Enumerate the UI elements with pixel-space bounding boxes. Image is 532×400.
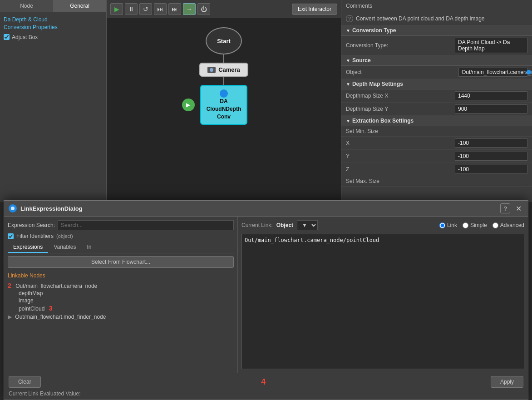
- left-panel: Node General Da Depth & Cloud Conversion…: [0, 0, 107, 202]
- current-link-value: Object: [276, 222, 293, 228]
- da-node-icon: [220, 89, 228, 98]
- chevron-down-icon-4: ▼: [346, 119, 350, 123]
- radio-advanced[interactable]: [493, 222, 498, 228]
- y-row: Y: [341, 150, 532, 163]
- dialog-bottom: Clear 4 Apply Current Link Evaluated Val…: [4, 373, 528, 400]
- camera-node[interactable]: Camera: [199, 63, 248, 77]
- link-expression-dialog: LinkExpressionDialog ? ✕ Expression Sear…: [4, 200, 528, 400]
- dialog-title-icon: [9, 204, 17, 212]
- fast-forward-button[interactable]: ⏭: [168, 3, 181, 15]
- right-panel: Comments ? Convert between DA point clou…: [341, 0, 532, 202]
- tab-node[interactable]: Node: [0, 0, 53, 12]
- prop-title: Da Depth & Cloud Conversion Properties: [4, 16, 103, 31]
- red-num-4: 4: [261, 377, 266, 387]
- depthmap-x-row: Depthmap Size X: [341, 89, 532, 103]
- conversion-type-label: Conversion Type:: [346, 42, 455, 49]
- dialog-title: LinkExpressionDialog: [20, 205, 497, 212]
- filter-identifiers-label: Filter Identifiers: [16, 233, 54, 239]
- filter-type-label: (object): [56, 233, 73, 239]
- set-min-label: Set Min. Size: [346, 128, 527, 134]
- tab-general[interactable]: General: [53, 0, 106, 12]
- current-link-row: Current Link: Object ▼ Link Simple: [241, 220, 524, 230]
- expr-search-label: Expression Search:: [8, 222, 55, 228]
- filter-identifiers-checkbox[interactable]: [8, 233, 14, 239]
- dialog-help-button[interactable]: ?: [500, 203, 510, 213]
- tree-item-mod-finder[interactable]: ▶ Out/main_flowchart.mod_finder_node: [8, 313, 234, 321]
- connector-1: [223, 54, 224, 63]
- y-label: Y: [346, 153, 455, 159]
- set-min-row: Set Min. Size: [341, 126, 532, 137]
- pause-button[interactable]: ⏸: [125, 3, 138, 15]
- tree-item-pointcloud[interactable]: pointCloud 3: [8, 304, 234, 312]
- dialog-close-button[interactable]: ✕: [514, 204, 523, 213]
- flow-canvas: Start Camera ▶: [107, 18, 341, 202]
- rp-info-text: Convert between DA point cloud and DA de…: [356, 15, 485, 22]
- link-type-radio-group: Link Simple Advanced: [439, 222, 524, 228]
- tree-item-camera-node[interactable]: 2 Out/main_flowchart.camera_node: [8, 281, 234, 290]
- refresh-button[interactable]: ↺: [139, 3, 152, 15]
- object-row: Object Out/main_flowchart.camera_node/po…: [341, 66, 532, 79]
- select-from-flowchart-button[interactable]: Select From Flowchart...: [8, 256, 234, 268]
- eval-label: Current Link Evaluated Value:: [9, 390, 81, 397]
- search-input[interactable]: [58, 220, 234, 230]
- exit-interactor-button[interactable]: Exit Interactor: [292, 4, 337, 15]
- dialog-body: Expression Search: Filter Identifiers (o…: [4, 217, 528, 373]
- expression-search-row: Expression Search:: [8, 220, 234, 230]
- tree-item-image[interactable]: image: [8, 297, 234, 304]
- extraction-box-header: ▼ Extraction Box Settings: [341, 116, 532, 126]
- depthmap-y-label: Depthmap Size Y: [346, 106, 455, 112]
- source-header: ▼ Source: [341, 55, 532, 66]
- set-max-row: Set Max. Size: [341, 176, 532, 187]
- radio-simple[interactable]: [463, 222, 468, 228]
- conversion-type-value: DA Point Cloud -> Da Depth Map: [455, 38, 527, 53]
- eval-row: Current Link Evaluated Value:: [9, 390, 523, 397]
- red-num-3: 3: [49, 305, 53, 312]
- depthmap-x-label: Depthmap Size X: [346, 93, 455, 99]
- conversion-type-row: Conversion Type: DA Point Cloud -> Da De…: [341, 36, 532, 55]
- active-interactor-button[interactable]: →: [183, 3, 196, 15]
- expand-icon: ▶: [8, 314, 12, 320]
- object-label: Object: [346, 69, 458, 75]
- chevron-down-icon-2: ▼: [346, 58, 350, 63]
- radio-link[interactable]: [439, 222, 445, 228]
- dialog-right-pane: Current Link: Object ▼ Link Simple: [238, 217, 528, 373]
- filter-row: Filter Identifiers (object): [8, 233, 234, 239]
- rp-info-row: ? Convert between DA point cloud and DA …: [341, 12, 532, 25]
- tab-expressions[interactable]: Expressions: [8, 242, 48, 253]
- x-label: X: [346, 140, 455, 146]
- x-input[interactable]: [455, 138, 527, 148]
- depth-map-header: ▼ Depth Map Settings: [341, 79, 532, 89]
- depthmap-x-input[interactable]: [455, 91, 527, 100]
- step-button[interactable]: ⏭: [154, 3, 167, 15]
- clear-button[interactable]: Clear: [9, 376, 41, 388]
- canvas-area: ▶ ⏸ ↺ ⏭ ⏭ → ⏻ Exit Interactor Start: [107, 0, 341, 202]
- object-link-dot: [527, 70, 531, 74]
- current-link-dropdown[interactable]: ▼: [297, 220, 318, 230]
- connector-2: [223, 77, 224, 85]
- linkable-nodes-label: Linkable Nodes: [8, 272, 234, 279]
- object-value[interactable]: Out/main_flowchart.camera_node/point: [458, 68, 527, 77]
- da-node[interactable]: DACloudNDepthConv: [200, 85, 248, 125]
- info-icon: ?: [346, 15, 353, 22]
- z-row: Z: [341, 163, 532, 176]
- play-button[interactable]: ▶: [110, 3, 123, 15]
- tab-variables[interactable]: Variables: [48, 242, 81, 253]
- radio-link-label: Link: [447, 222, 457, 228]
- y-input[interactable]: [455, 152, 527, 161]
- adjust-box-checkbox[interactable]: [4, 34, 10, 40]
- link-text-area[interactable]: [241, 234, 524, 369]
- tab-in[interactable]: In: [82, 242, 97, 253]
- chevron-down-icon: ▼: [346, 28, 350, 33]
- start-node[interactable]: Start: [206, 27, 242, 54]
- apply-button[interactable]: Apply: [491, 376, 523, 388]
- dialog-title-bar: LinkExpressionDialog ? ✕: [4, 201, 528, 217]
- tree-item-depthmap[interactable]: depthMap: [8, 290, 234, 297]
- depthmap-y-row: Depthmap Size Y: [341, 103, 532, 116]
- z-input[interactable]: [455, 165, 527, 174]
- depthmap-y-input[interactable]: [455, 104, 527, 114]
- radio-simple-label: Simple: [470, 222, 487, 228]
- rp-comments-label: Comments: [341, 0, 532, 12]
- set-max-label: Set Max. Size: [346, 178, 527, 184]
- svg-point-0: [11, 207, 15, 210]
- extra-button[interactable]: ⏻: [197, 3, 210, 15]
